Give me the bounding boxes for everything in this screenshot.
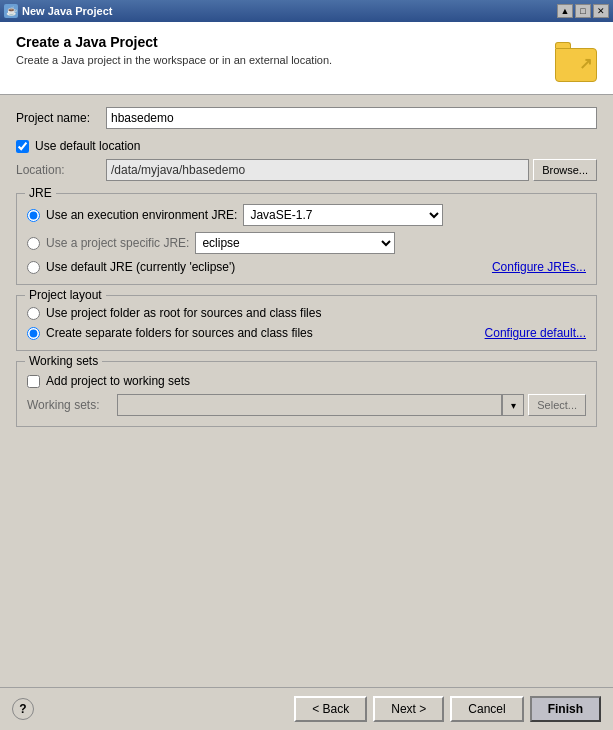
folder-arrow-icon: ↗ — [579, 54, 592, 73]
help-button[interactable]: ? — [12, 698, 34, 720]
working-sets-input-row: Working sets: ▾ Select... — [27, 394, 586, 416]
jre-default-row: Use default JRE (currently 'eclipse') Co… — [27, 260, 586, 274]
minimize-button[interactable]: ▲ — [557, 4, 573, 18]
location-row: Location: Browse... — [16, 159, 597, 181]
jre-project-specific-select[interactable]: eclipse — [195, 232, 395, 254]
jre-default-radio[interactable] — [27, 261, 40, 274]
working-sets-dropdown-button[interactable]: ▾ — [502, 394, 524, 416]
configure-default-link[interactable]: Configure default... — [485, 326, 586, 340]
layout-separate-folders-row: Create separate folders for sources and … — [27, 326, 586, 340]
working-sets-group: Working sets Add project to working sets… — [16, 361, 597, 427]
content-section: Project name: Use default location Locat… — [0, 95, 613, 687]
jre-group-label: JRE — [25, 186, 56, 200]
finish-button[interactable]: Finish — [530, 696, 601, 722]
close-button[interactable]: ✕ — [593, 4, 609, 18]
jre-project-specific-row: Use a project specific JRE: eclipse — [27, 232, 586, 254]
window-controls[interactable]: ▲ □ ✕ — [557, 4, 609, 18]
bottom-bar: ? < Back Next > Cancel Finish — [0, 687, 613, 730]
project-name-label: Project name: — [16, 111, 106, 125]
project-name-input[interactable] — [106, 107, 597, 129]
dialog-body: Create a Java Project Create a Java proj… — [0, 22, 613, 730]
header-icon: ↗ — [549, 34, 597, 82]
add-working-sets-label: Add project to working sets — [46, 374, 190, 388]
layout-separate-folders-radio[interactable] — [27, 327, 40, 340]
add-working-sets-checkbox[interactable] — [27, 375, 40, 388]
next-button[interactable]: Next > — [373, 696, 444, 722]
working-sets-group-label: Working sets — [25, 354, 102, 368]
layout-project-root-radio[interactable] — [27, 307, 40, 320]
page-title: Create a Java Project — [16, 34, 332, 50]
title-bar-left: ☕ New Java Project — [4, 4, 113, 18]
default-location-row: Use default location — [16, 139, 597, 153]
folder-icon: ↗ — [555, 48, 597, 82]
dialog-title: New Java Project — [22, 5, 113, 17]
page-subtitle: Create a Java project in the workspace o… — [16, 54, 332, 66]
jre-execution-env-radio[interactable] — [27, 209, 40, 222]
layout-project-root-row: Use project folder as root for sources a… — [27, 306, 586, 320]
project-layout-group-label: Project layout — [25, 288, 106, 302]
jre-project-specific-label: Use a project specific JRE: — [46, 236, 189, 250]
layout-separate-folders-label: Create separate folders for sources and … — [46, 326, 313, 340]
browse-button[interactable]: Browse... — [533, 159, 597, 181]
header-section: Create a Java Project Create a Java proj… — [0, 22, 613, 95]
working-sets-select-button[interactable]: Select... — [528, 394, 586, 416]
header-text: Create a Java Project Create a Java proj… — [16, 34, 332, 66]
working-sets-label: Working sets: — [27, 398, 117, 412]
cancel-button[interactable]: Cancel — [450, 696, 523, 722]
default-location-checkbox[interactable] — [16, 140, 29, 153]
layout-project-root-label: Use project folder as root for sources a… — [46, 306, 321, 320]
default-location-label: Use default location — [35, 139, 140, 153]
jre-execution-env-label: Use an execution environment JRE: — [46, 208, 237, 222]
add-working-sets-row: Add project to working sets — [27, 374, 586, 388]
jre-group: JRE Use an execution environment JRE: Ja… — [16, 193, 597, 285]
project-layout-group: Project layout Use project folder as roo… — [16, 295, 597, 351]
maximize-button[interactable]: □ — [575, 4, 591, 18]
jre-default-label: Use default JRE (currently 'eclipse') — [46, 260, 235, 274]
title-bar: ☕ New Java Project ▲ □ ✕ — [0, 0, 613, 22]
location-input[interactable] — [106, 159, 529, 181]
location-label: Location: — [16, 163, 106, 177]
navigation-buttons: < Back Next > Cancel Finish — [294, 696, 601, 722]
jre-execution-env-select[interactable]: JavaSE-1.7 JavaSE-1.6 JavaSE-1.5 — [243, 204, 443, 226]
back-button[interactable]: < Back — [294, 696, 367, 722]
jre-execution-env-row: Use an execution environment JRE: JavaSE… — [27, 204, 586, 226]
jre-project-specific-radio[interactable] — [27, 237, 40, 250]
project-name-row: Project name: — [16, 107, 597, 129]
app-icon: ☕ — [4, 4, 18, 18]
configure-jres-link[interactable]: Configure JREs... — [492, 260, 586, 274]
working-sets-field — [117, 394, 502, 416]
